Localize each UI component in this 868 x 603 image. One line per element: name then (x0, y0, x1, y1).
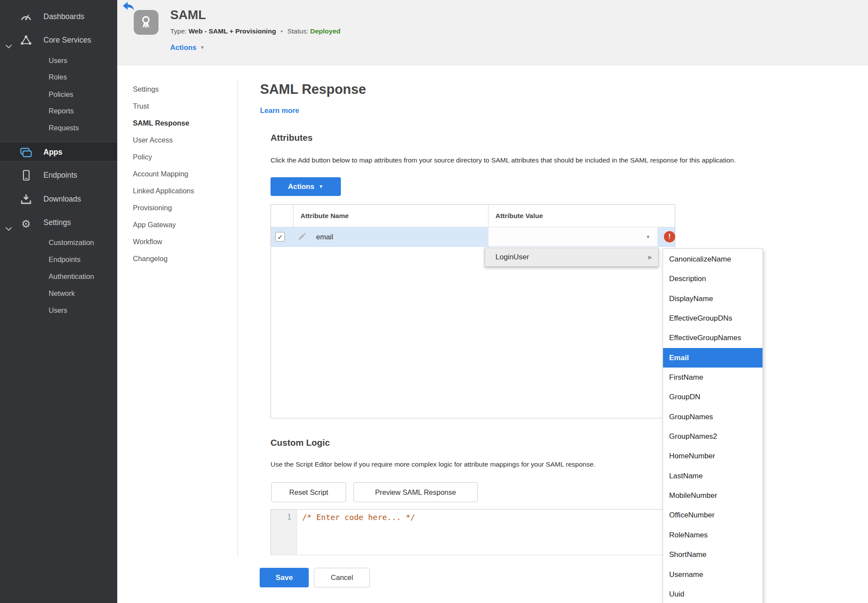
script-editor[interactable]: 1 /* Enter code here... */ (271, 509, 676, 555)
sidebar-item-settings[interactable]: ⚙ Settings (0, 214, 117, 231)
editor-code[interactable]: /* Enter code here... */ (302, 513, 415, 522)
sidebar-subitem-label: Policies (49, 86, 73, 103)
subnav-item-user-access[interactable]: User Access (133, 132, 194, 149)
sidebar-subitem-label: Reports (49, 102, 74, 119)
sidebar: Dashboards Core Services Users Roles Pol… (0, 0, 117, 603)
sidebar-item-customization[interactable]: Customization (0, 234, 117, 251)
submenu-item-shortname[interactable]: ShortName (663, 545, 762, 564)
subnav-item-account-mapping[interactable]: Account Mapping (133, 166, 194, 182)
header-actions-dropdown[interactable]: Actions▼ (170, 43, 205, 52)
submenu-item-canonicalizename[interactable]: CanonicalizeName (663, 249, 762, 269)
submenu-item-description[interactable]: Description (663, 269, 762, 288)
sidebar-item-settings-endpoints[interactable]: Endpoints (0, 251, 117, 268)
sidebar-subitem-label: Network (49, 285, 75, 302)
validation-error-icon: ! (664, 231, 675, 242)
sidebar-subitem-label: Endpoints (49, 251, 80, 268)
submenu-item-effectivegroupnames[interactable]: EffectiveGroupNames (663, 328, 762, 348)
sidebar-item-apps[interactable]: Apps (0, 142, 117, 162)
sidebar-item-settings-users[interactable]: Users (0, 302, 117, 319)
submenu-item-displayname[interactable]: DisplayName (663, 289, 762, 308)
subnav-item-workflow[interactable]: Workflow (133, 233, 194, 250)
app-subnav: Settings Trust SAML Response User Access… (133, 81, 194, 267)
subnav-item-changelog[interactable]: Changelog (133, 250, 194, 267)
attribute-value-context-menu[interactable]: LoginUser ▶ (485, 248, 659, 267)
learn-more-link[interactable]: Learn more (260, 106, 299, 115)
row-checkbox[interactable]: ✓ (275, 232, 285, 242)
sidebar-item-requests[interactable]: Requests (0, 119, 117, 136)
submenu-item-groupdn[interactable]: GroupDN (663, 387, 762, 407)
dot-separator: • (281, 27, 283, 35)
sidebar-subitem-label: Users (49, 302, 67, 319)
actions-button-label: Actions (288, 182, 314, 190)
sidebar-subitem-label: Requests (49, 119, 79, 136)
apps-icon (19, 146, 33, 159)
preview-saml-response-button[interactable]: Preview SAML Response (353, 482, 478, 502)
gear-icon: ⚙ (19, 217, 33, 229)
sidebar-subitem-label: Roles (49, 68, 67, 86)
caret-down-icon: ▼ (200, 45, 205, 50)
save-button[interactable]: Save (260, 568, 309, 587)
sidebar-item-roles[interactable]: Roles (0, 68, 117, 86)
sidebar-subitem-label: Customization (49, 234, 94, 251)
page-title: SAML (170, 8, 206, 22)
back-arrow-icon[interactable] (123, 2, 134, 10)
submenu-item-rolenames[interactable]: RoleNames (663, 525, 762, 545)
actions-label: Actions (170, 43, 197, 51)
editor-gutter: 1 (271, 510, 297, 555)
sidebar-item-dashboards[interactable]: Dashboards (0, 8, 117, 25)
sidebar-item-label: Endpoints (43, 166, 77, 184)
submenu-item-uuid[interactable]: Uuid (663, 584, 762, 603)
sidebar-item-reports[interactable]: Reports (0, 102, 117, 119)
status-label: Status: (287, 27, 308, 35)
table-header-row: Attribute Name Attribute Value (271, 205, 675, 227)
submenu-item-groupnames[interactable]: GroupNames (663, 407, 762, 427)
sidebar-item-label: Core Services (43, 31, 91, 49)
column-header-attribute-value: Attribute Value (495, 205, 543, 227)
type-label: Type: (170, 27, 187, 35)
subnav-item-policy[interactable]: Policy (133, 149, 194, 166)
submenu-item-email[interactable]: Email (663, 348, 762, 368)
subnav-item-provisioning[interactable]: Provisioning (133, 199, 194, 216)
line-number: 1 (271, 510, 297, 521)
sidebar-item-users[interactable]: Users (0, 52, 117, 69)
column-header-attribute-name: Attribute Name (300, 205, 349, 227)
submenu-item-officenumber[interactable]: OfficeNumber (663, 505, 762, 525)
sidebar-item-downloads[interactable]: Downloads (0, 190, 117, 208)
sidebar-item-core-services[interactable]: Core Services (0, 31, 117, 49)
subnav-item-saml-response[interactable]: SAML Response (133, 115, 194, 132)
sidebar-item-policies[interactable]: Policies (0, 86, 117, 103)
attributes-actions-button[interactable]: Actions▼ (271, 177, 341, 196)
sidebar-item-authentication[interactable]: Authentication (0, 268, 117, 285)
sidebar-item-network[interactable]: Network (0, 285, 117, 302)
app-window: Dashboards Core Services Users Roles Pol… (0, 0, 868, 603)
submenu-item-mobilenumber[interactable]: MobileNumber (663, 486, 762, 505)
attributes-table: Attribute Name Attribute Value ✓ email ▼… (271, 204, 675, 418)
download-icon (19, 193, 33, 205)
table-row-email[interactable]: ✓ email ▼ ! (271, 227, 675, 247)
subnav-item-linked-applications[interactable]: Linked Applications (133, 182, 194, 199)
submenu-item-username[interactable]: Username (663, 565, 762, 584)
subnav-item-app-gateway[interactable]: App Gateway (133, 216, 194, 233)
submenu-item-lastname[interactable]: LastName (663, 466, 762, 486)
reset-script-button[interactable]: Reset Script (271, 482, 346, 502)
app-header: SAML Type: Web - SAML + Provisioning • S… (117, 0, 868, 65)
cancel-button[interactable]: Cancel (314, 568, 370, 587)
pencil-icon[interactable] (298, 233, 306, 242)
status-badge: Deployed (310, 27, 340, 35)
subnav-item-settings[interactable]: Settings (133, 81, 194, 98)
loginuser-submenu: CanonicalizeName Description DisplayName… (663, 248, 763, 603)
section-title: SAML Response (260, 82, 366, 97)
subnav-divider (238, 81, 238, 557)
submenu-item-groupnames2[interactable]: GroupNames2 (663, 427, 762, 446)
attribute-value-dropdown[interactable]: ▼ (488, 227, 657, 246)
submenu-item-effectivegroupdns[interactable]: EffectiveGroupDNs (663, 308, 762, 328)
context-menu-item-loginuser[interactable]: LoginUser (495, 248, 529, 266)
gauge-icon (19, 11, 33, 23)
subnav-item-trust[interactable]: Trust (133, 98, 194, 115)
submenu-item-homenumber[interactable]: HomeNumber (663, 446, 762, 466)
attributes-heading: Attributes (271, 133, 313, 143)
sidebar-item-endpoints[interactable]: Endpoints (0, 166, 117, 184)
submenu-item-firstname[interactable]: FirstName (663, 368, 762, 387)
core-services-icon (19, 34, 33, 46)
sidebar-subitem-label: Authentication (49, 268, 94, 285)
